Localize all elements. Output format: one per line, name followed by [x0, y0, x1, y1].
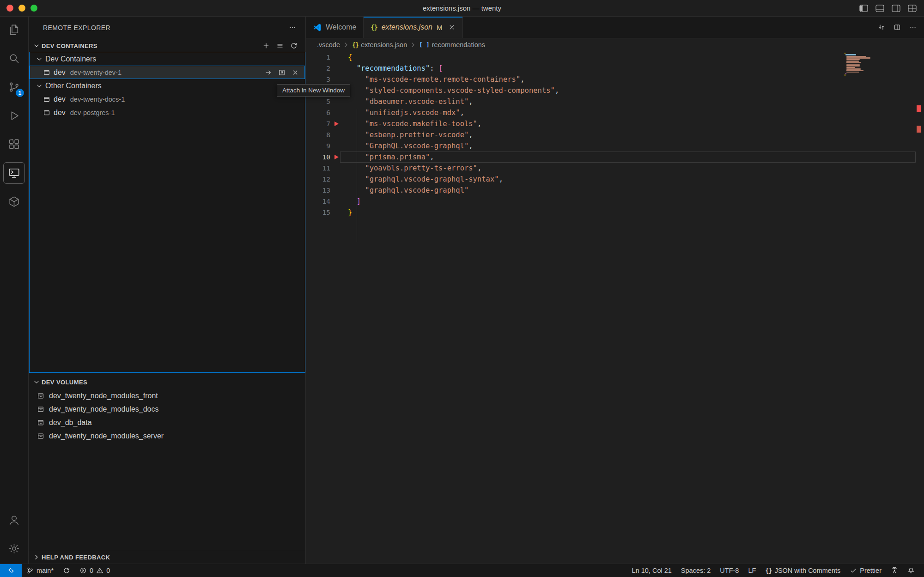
gutter[interactable] [330, 121, 348, 126]
line-content: ] [348, 197, 361, 206]
line-number[interactable]: 15 [306, 209, 330, 216]
more-icon[interactable] [909, 24, 917, 31]
tree-group-other-containers[interactable]: Other Containers [30, 79, 305, 92]
code-line-11[interactable]: 11 "yoavbls.pretty-ts-errors", [306, 163, 924, 174]
line-number[interactable]: 12 [306, 176, 330, 183]
line-number[interactable]: 14 [306, 198, 330, 205]
status-formatter[interactable]: Prettier [845, 564, 886, 577]
code-line-15[interactable]: 15} [306, 207, 924, 218]
compare-icon[interactable] [878, 24, 885, 31]
section-header-dev-volumes[interactable]: DEV VOLUMES [29, 376, 305, 389]
git-branch[interactable]: main* [22, 564, 58, 577]
line-number[interactable]: 5 [306, 98, 330, 105]
line-number[interactable]: 7 [306, 120, 330, 128]
status-eol[interactable]: LF [743, 564, 760, 577]
activity-item-remote-explorer[interactable] [3, 162, 25, 184]
tree-group-dev-containers[interactable]: Dev Containers [30, 52, 305, 66]
container-description: dev-postgres-1 [70, 109, 115, 116]
minimize-window-button[interactable] [18, 5, 25, 12]
code-line-10[interactable]: 10 "prisma.prisma", [306, 152, 924, 163]
activity-bar-top: 1 [3, 19, 25, 219]
volume-item-dev_twenty_node_modules_docs[interactable]: dev_twenty_node_modules_docs [29, 402, 305, 416]
section-header-help-and-feedback[interactable]: HELP AND FEEDBACK [29, 550, 305, 564]
toggle-secondary-sidebar-icon[interactable] [892, 5, 900, 12]
status-notifications[interactable] [903, 564, 919, 577]
code-line-2[interactable]: 2 "recommendations": [ [306, 63, 924, 74]
status-language-mode[interactable]: {}JSON with Comments [760, 564, 845, 577]
line-number[interactable]: 2 [306, 65, 330, 72]
customize-layout-icon[interactable] [908, 5, 917, 12]
tree-item-dev-twenty-docs-1[interactable]: devdev-twenty-docs-1 [30, 92, 305, 106]
line-number[interactable]: 1 [306, 54, 330, 61]
sync-icon [63, 567, 70, 574]
activity-item-explorer[interactable] [3, 19, 25, 41]
container-icon [43, 69, 50, 76]
code-line-13[interactable]: 13 "graphql.vscode-graphql" [306, 185, 924, 196]
code-line-9[interactable]: 9 "GraphQL.vscode-graphql", [306, 140, 924, 152]
volume-item-dev_db_data[interactable]: dev_db_data [29, 416, 305, 429]
activity-item-settings[interactable] [3, 538, 25, 559]
close-icon[interactable] [292, 69, 299, 76]
breadcrumb-extensions-json[interactable]: {}extensions.json [352, 41, 407, 49]
add-icon[interactable] [262, 42, 270, 49]
code-editor[interactable]: 1{2 "recommendations": [3 "ms-vscode-rem… [306, 52, 924, 218]
close-window-button[interactable] [6, 5, 13, 12]
line-number[interactable]: 10 [306, 153, 330, 161]
more-actions-icon[interactable] [289, 24, 296, 31]
container-icon [43, 96, 50, 103]
code-line-6[interactable]: 6 "unifiedjs.vscode-mdx", [306, 107, 924, 118]
line-number[interactable]: 8 [306, 131, 330, 139]
activity-item-run-debug[interactable] [3, 105, 25, 127]
line-number[interactable]: 11 [306, 164, 330, 172]
volume-item-dev_twenty_node_modules_front[interactable]: dev_twenty_node_modules_front [29, 389, 305, 402]
code-line-8[interactable]: 8 "esbenp.prettier-vscode", [306, 129, 924, 140]
breadcrumb-recommendations[interactable]: [ ]recommendations [419, 41, 485, 49]
problems[interactable]: 00 [75, 564, 115, 577]
close-tab-icon[interactable] [448, 24, 456, 31]
line-number[interactable]: 9 [306, 142, 330, 150]
refresh-icon[interactable] [290, 42, 298, 49]
sync-changes[interactable] [58, 564, 75, 577]
chevron-down-icon [36, 82, 43, 90]
arrow-right-icon[interactable] [265, 69, 272, 76]
code-line-12[interactable]: 12 "graphql.vscode-graphql-syntax", [306, 174, 924, 185]
tree-item-dev-postgres-1[interactable]: devdev-postgres-1 [30, 106, 305, 119]
breadcrumb--vscode[interactable]: .vscode [317, 41, 340, 49]
activity-item-search[interactable] [3, 48, 25, 69]
tab-extensions-json[interactable]: {}extensions.jsonM [364, 17, 463, 38]
section-header-dev-containers[interactable]: DEV CONTAINERS [29, 39, 305, 52]
volume-label: dev_twenty_node_modules_server [49, 432, 164, 440]
status-cursor-position[interactable]: Ln 10, Col 21 [627, 564, 676, 577]
code-line-1[interactable]: 1{ [306, 52, 924, 63]
activity-item-accounts[interactable] [3, 509, 25, 531]
attach-window-icon[interactable] [278, 69, 286, 76]
code-line-4[interactable]: 4 "styled-components.vscode-styled-compo… [306, 85, 924, 96]
activity-item-extensions[interactable] [3, 134, 25, 155]
line-number[interactable]: 13 [306, 187, 330, 194]
toggle-primary-sidebar-icon[interactable] [859, 5, 868, 12]
activity-item-containers[interactable] [3, 191, 25, 213]
line-number[interactable]: 6 [306, 109, 330, 116]
code-line-3[interactable]: 3 "ms-vscode-remote.remote-containers", [306, 74, 924, 85]
remote-indicator[interactable] [0, 564, 22, 577]
toggle-panel-icon[interactable] [875, 5, 884, 12]
broadcast-icon [891, 567, 898, 574]
line-number[interactable]: 3 [306, 76, 330, 83]
gutter[interactable] [330, 155, 348, 159]
tree-item-dev-twenty-dev-1[interactable]: devdev-twenty-dev-1 [30, 66, 305, 79]
code-line-7[interactable]: 7 "ms-vscode.makefile-tools", [306, 118, 924, 129]
activity-item-source-control[interactable]: 1 [3, 76, 25, 98]
line-content: "prisma.prisma", [348, 153, 434, 161]
minimap[interactable] [845, 53, 871, 76]
breadcrumb-label: extensions.json [361, 41, 407, 49]
status-feedback[interactable] [886, 564, 903, 577]
list-icon[interactable] [276, 42, 284, 49]
volume-item-dev_twenty_node_modules_server[interactable]: dev_twenty_node_modules_server [29, 429, 305, 443]
code-line-14[interactable]: 14 ] [306, 196, 924, 207]
status-encoding[interactable]: UTF-8 [715, 564, 743, 577]
status-indentation[interactable]: Spaces: 2 [676, 564, 716, 577]
split-icon[interactable] [894, 24, 901, 31]
zoom-window-button[interactable] [30, 5, 37, 12]
tab-welcome[interactable]: Welcome [306, 17, 364, 38]
code-line-5[interactable]: 5 "dbaeumer.vscode-eslint", [306, 96, 924, 107]
